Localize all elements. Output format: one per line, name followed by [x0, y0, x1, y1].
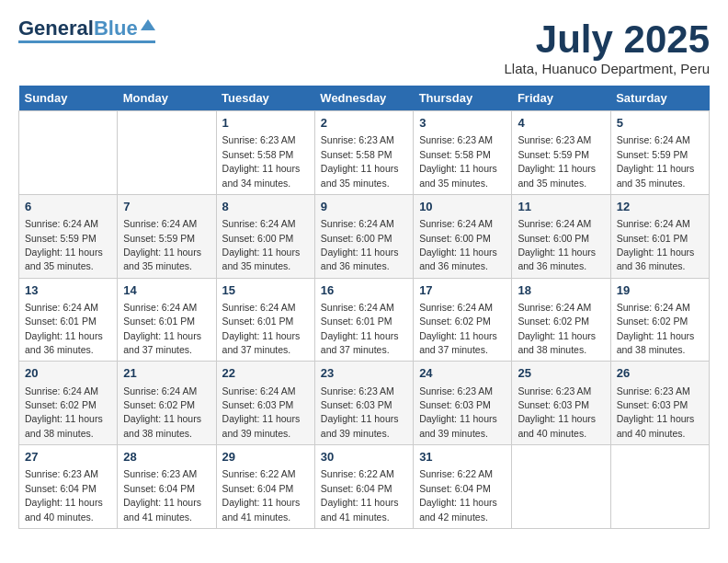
day-sunset: Sunset: 5:59 PM — [25, 233, 97, 244]
table-row: 27Sunrise: 6:23 AMSunset: 6:04 PMDayligh… — [19, 445, 118, 529]
table-row: 19Sunrise: 6:24 AMSunset: 6:02 PMDayligh… — [610, 278, 709, 362]
day-daylight: Daylight: 11 hours and 41 minutes. — [123, 497, 201, 522]
day-sunset: Sunset: 6:00 PM — [321, 233, 392, 244]
day-daylight: Daylight: 11 hours and 36 minutes. — [617, 247, 695, 271]
day-sunrise: Sunrise: 6:24 AM — [321, 302, 394, 313]
day-sunset: Sunset: 6:01 PM — [123, 316, 195, 327]
table-row: 21Sunrise: 6:24 AMSunset: 6:02 PMDayligh… — [118, 362, 216, 445]
table-row: 8Sunrise: 6:24 AMSunset: 6:00 PMDaylight… — [216, 194, 314, 278]
day-sunset: Sunset: 5:59 PM — [617, 149, 688, 160]
day-number: 11 — [518, 199, 604, 215]
day-sunset: Sunset: 5:59 PM — [123, 233, 195, 244]
table-row: 13Sunrise: 6:24 AMSunset: 6:01 PMDayligh… — [19, 278, 118, 362]
day-sunrise: Sunrise: 6:24 AM — [419, 218, 493, 229]
day-daylight: Daylight: 11 hours and 37 minutes. — [321, 330, 399, 355]
day-number: 1 — [222, 115, 309, 132]
logo-underline — [18, 40, 155, 43]
day-daylight: Daylight: 11 hours and 36 minutes. — [25, 330, 103, 355]
day-sunrise: Sunrise: 6:23 AM — [419, 134, 493, 145]
day-number: 27 — [25, 449, 111, 465]
day-daylight: Daylight: 11 hours and 35 minutes. — [25, 247, 103, 271]
day-sunset: Sunset: 6:01 PM — [25, 316, 97, 327]
day-daylight: Daylight: 11 hours and 35 minutes. — [123, 247, 201, 271]
table-row: 16Sunrise: 6:24 AMSunset: 6:01 PMDayligh… — [314, 278, 413, 362]
day-daylight: Daylight: 11 hours and 37 minutes. — [419, 330, 497, 355]
day-sunrise: Sunrise: 6:24 AM — [617, 134, 690, 145]
title-block: July 2025 Llata, Huanuco Department, Per… — [505, 18, 710, 76]
table-row: 25Sunrise: 6:23 AMSunset: 6:03 PMDayligh… — [512, 362, 610, 445]
day-number: 26 — [617, 365, 703, 382]
day-sunrise: Sunrise: 6:24 AM — [222, 385, 296, 396]
table-row: 29Sunrise: 6:22 AMSunset: 6:04 PMDayligh… — [216, 445, 314, 529]
day-daylight: Daylight: 11 hours and 35 minutes. — [321, 163, 399, 188]
day-sunset: Sunset: 5:58 PM — [222, 149, 294, 160]
col-tuesday: Tuesday — [216, 86, 314, 111]
day-sunrise: Sunrise: 6:24 AM — [321, 218, 394, 229]
day-sunrise: Sunrise: 6:24 AM — [123, 218, 197, 229]
col-monday: Monday — [118, 86, 216, 111]
table-row — [19, 111, 118, 195]
logo-triangle-icon — [141, 17, 155, 36]
table-row — [118, 111, 216, 195]
day-daylight: Daylight: 11 hours and 41 minutes. — [321, 497, 399, 522]
day-sunset: Sunset: 6:01 PM — [617, 233, 688, 244]
day-sunrise: Sunrise: 6:24 AM — [518, 302, 591, 313]
table-row: 23Sunrise: 6:23 AMSunset: 6:03 PMDayligh… — [314, 362, 413, 445]
day-sunset: Sunset: 5:58 PM — [321, 149, 392, 160]
day-number: 5 — [617, 115, 703, 132]
table-row: 24Sunrise: 6:23 AMSunset: 6:03 PMDayligh… — [414, 362, 512, 445]
page-header: GeneralBlue July 2025 Llata, Huanuco Dep… — [18, 18, 710, 76]
day-daylight: Daylight: 11 hours and 37 minutes. — [123, 330, 201, 355]
day-number: 30 — [321, 449, 407, 465]
day-sunset: Sunset: 6:01 PM — [321, 316, 392, 327]
col-thursday: Thursday — [414, 86, 512, 111]
logo-text: GeneralBlue — [18, 18, 138, 39]
table-row: 14Sunrise: 6:24 AMSunset: 6:01 PMDayligh… — [118, 278, 216, 362]
day-daylight: Daylight: 11 hours and 35 minutes. — [617, 163, 695, 188]
day-sunset: Sunset: 6:02 PM — [123, 399, 195, 410]
day-sunrise: Sunrise: 6:23 AM — [25, 468, 98, 479]
day-number: 28 — [123, 449, 210, 465]
day-sunrise: Sunrise: 6:24 AM — [419, 302, 493, 313]
day-number: 10 — [419, 199, 506, 215]
day-number: 23 — [321, 365, 407, 382]
day-sunrise: Sunrise: 6:24 AM — [25, 218, 98, 229]
day-daylight: Daylight: 11 hours and 36 minutes. — [518, 247, 596, 271]
day-number: 6 — [25, 199, 111, 215]
table-row: 22Sunrise: 6:24 AMSunset: 6:03 PMDayligh… — [216, 362, 314, 445]
col-friday: Friday — [512, 86, 610, 111]
day-sunrise: Sunrise: 6:23 AM — [321, 385, 394, 396]
day-number: 4 — [518, 115, 604, 132]
col-wednesday: Wednesday — [314, 86, 413, 111]
day-sunrise: Sunrise: 6:23 AM — [222, 134, 296, 145]
day-sunset: Sunset: 6:04 PM — [222, 483, 294, 494]
day-sunset: Sunset: 5:59 PM — [518, 149, 589, 160]
day-number: 15 — [222, 282, 309, 299]
table-row: 28Sunrise: 6:23 AMSunset: 6:04 PMDayligh… — [118, 445, 216, 529]
day-daylight: Daylight: 11 hours and 38 minutes. — [25, 413, 103, 438]
day-sunset: Sunset: 6:02 PM — [617, 316, 688, 327]
day-daylight: Daylight: 11 hours and 34 minutes. — [222, 163, 301, 188]
day-sunset: Sunset: 6:03 PM — [321, 399, 392, 410]
day-number: 8 — [222, 199, 309, 215]
table-row: 1Sunrise: 6:23 AMSunset: 5:58 PMDaylight… — [216, 111, 314, 195]
day-daylight: Daylight: 11 hours and 40 minutes. — [617, 413, 695, 438]
table-row: 9Sunrise: 6:24 AMSunset: 6:00 PMDaylight… — [314, 194, 413, 278]
table-row: 11Sunrise: 6:24 AMSunset: 6:00 PMDayligh… — [512, 194, 610, 278]
svg-marker-0 — [141, 19, 155, 30]
calendar-week-row: 6Sunrise: 6:24 AMSunset: 5:59 PMDaylight… — [19, 194, 710, 278]
table-row: 31Sunrise: 6:22 AMSunset: 6:04 PMDayligh… — [414, 445, 512, 529]
day-sunset: Sunset: 6:03 PM — [518, 399, 589, 410]
table-row: 2Sunrise: 6:23 AMSunset: 5:58 PMDaylight… — [314, 111, 413, 195]
day-number: 20 — [25, 365, 111, 382]
day-number: 17 — [419, 282, 506, 299]
day-number: 14 — [123, 282, 210, 299]
day-number: 31 — [419, 449, 506, 465]
table-row: 10Sunrise: 6:24 AMSunset: 6:00 PMDayligh… — [414, 194, 512, 278]
calendar-table: Sunday Monday Tuesday Wednesday Thursday… — [18, 86, 710, 529]
table-row: 18Sunrise: 6:24 AMSunset: 6:02 PMDayligh… — [512, 278, 610, 362]
month-title: July 2025 — [505, 18, 710, 61]
logo: GeneralBlue — [18, 18, 155, 43]
day-sunrise: Sunrise: 6:24 AM — [123, 385, 197, 396]
day-sunrise: Sunrise: 6:22 AM — [321, 468, 394, 479]
